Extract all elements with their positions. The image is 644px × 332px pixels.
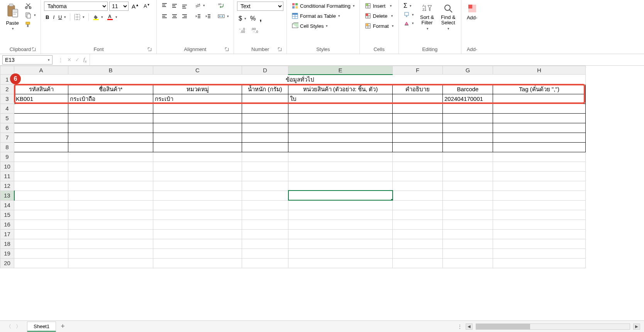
delete-cells-button[interactable]: Delete▾ [363, 12, 395, 20]
cell-D12[interactable] [242, 181, 288, 191]
increase-decimal-button[interactable]: ←.0.00 [237, 26, 249, 34]
cell-B7[interactable] [68, 133, 153, 142]
addins-button[interactable]: Add- [464, 2, 480, 22]
row-header-11[interactable]: 11 [0, 171, 14, 181]
cell-F18[interactable] [393, 239, 443, 249]
cell-A9[interactable] [14, 152, 68, 162]
align-middle-button[interactable] [170, 2, 179, 9]
italic-button[interactable]: I [51, 14, 56, 21]
borders-button[interactable]: ▾ [73, 13, 86, 21]
name-box[interactable]: E13 ▾ [2, 55, 53, 65]
cell-G12[interactable] [443, 181, 493, 191]
cell-F8[interactable] [393, 142, 443, 152]
cell-A6[interactable] [14, 123, 68, 133]
orientation-button[interactable]: ab▾ [193, 2, 207, 9]
cell-E14[interactable] [288, 200, 393, 210]
font-color-button[interactable]: A ▾ [105, 13, 119, 21]
cell-H3[interactable] [493, 94, 586, 104]
cell-E15[interactable] [288, 210, 393, 220]
alignment-dialog-launcher[interactable] [224, 47, 230, 52]
row-header-13[interactable]: 13 [0, 191, 14, 200]
row-header-12[interactable]: 12 [0, 181, 14, 191]
cell-B15[interactable] [68, 210, 153, 220]
cell-A11[interactable] [14, 171, 68, 181]
cell-D18[interactable] [242, 239, 288, 249]
cell-E19[interactable] [288, 249, 393, 258]
cell-E10[interactable] [288, 162, 393, 171]
cell-E13[interactable] [288, 191, 393, 200]
align-top-button[interactable] [160, 2, 169, 9]
align-bottom-button[interactable] [180, 2, 189, 9]
cell-F6[interactable] [393, 123, 443, 133]
fill-color-button[interactable]: ▾ [91, 13, 105, 21]
percent-format-button[interactable]: % [249, 13, 257, 24]
cell-header-D[interactable]: น้ำหนัก (กรัม) [242, 84, 288, 94]
cell-H8[interactable] [493, 142, 586, 152]
cell-B20[interactable] [68, 258, 153, 268]
align-center-button[interactable] [170, 12, 179, 20]
column-header-H[interactable]: H [493, 66, 586, 75]
cell-B17[interactable] [68, 229, 153, 239]
cell-H7[interactable] [493, 133, 586, 142]
cell-A18[interactable] [14, 239, 68, 249]
cell-E12[interactable] [288, 181, 393, 191]
comma-format-button[interactable]: , [258, 13, 263, 24]
row-header-6[interactable]: 6 [0, 123, 14, 133]
cell-C16[interactable] [153, 220, 242, 229]
cell-A4[interactable] [14, 104, 68, 113]
cell-F11[interactable] [393, 171, 443, 181]
cell-G4[interactable] [443, 104, 493, 113]
cell-A13[interactable] [14, 191, 68, 200]
cell-styles-button[interactable]: Cell Styles▾ [290, 22, 329, 30]
cell-D11[interactable] [242, 171, 288, 181]
cell-E9[interactable] [288, 152, 393, 162]
clipboard-dialog-launcher[interactable] [31, 47, 37, 52]
column-header-F[interactable]: F [393, 66, 443, 75]
cell-H5[interactable] [493, 113, 586, 123]
row-header-15[interactable]: 15 [0, 210, 14, 220]
cell-D13[interactable] [242, 191, 288, 200]
cell-header-G[interactable]: Barcode [443, 84, 493, 94]
font-size-select[interactable]: 11 [109, 2, 129, 11]
cell-B5[interactable] [68, 113, 153, 123]
insert-function-button[interactable]: fx [83, 56, 87, 63]
row-header-7[interactable]: 7 [0, 133, 14, 142]
cell-A3[interactable]: KB001 [14, 94, 68, 104]
cell-G5[interactable] [443, 113, 493, 123]
cell-G19[interactable] [443, 249, 493, 258]
cell-F10[interactable] [393, 162, 443, 171]
cell-B13[interactable] [68, 191, 153, 200]
cell-B19[interactable] [68, 249, 153, 258]
row-header-18[interactable]: 18 [0, 239, 14, 249]
cell-C4[interactable] [153, 104, 242, 113]
cell-A8[interactable] [14, 142, 68, 152]
cell-H12[interactable] [493, 181, 586, 191]
cell-A16[interactable] [14, 220, 68, 229]
cell-D6[interactable] [242, 123, 288, 133]
row-header-9[interactable]: 9 [0, 152, 14, 162]
cell-C9[interactable] [153, 152, 242, 162]
cell-G17[interactable] [443, 229, 493, 239]
cell-D9[interactable] [242, 152, 288, 162]
cell-C19[interactable] [153, 249, 242, 258]
cell-D5[interactable] [242, 113, 288, 123]
insert-cells-button[interactable]: Insert▾ [363, 2, 394, 10]
cell-E17[interactable] [288, 229, 393, 239]
cell-A14[interactable] [14, 200, 68, 210]
cell-title[interactable]: ข้อมูลทั่วไป [14, 75, 586, 85]
cell-A7[interactable] [14, 133, 68, 142]
cell-H17[interactable] [493, 229, 586, 239]
cell-G9[interactable] [443, 152, 493, 162]
cell-F19[interactable] [393, 249, 443, 258]
align-left-button[interactable] [160, 12, 169, 20]
fill-button[interactable]: ▾ [402, 11, 415, 19]
column-header-G[interactable]: G [443, 66, 493, 75]
number-format-select[interactable]: Text [237, 2, 283, 11]
cell-F5[interactable] [393, 113, 443, 123]
cell-F7[interactable] [393, 133, 443, 142]
bold-button[interactable]: B [44, 14, 51, 21]
enter-formula-button[interactable]: ✓ [75, 57, 80, 63]
cell-B8[interactable] [68, 142, 153, 152]
cell-B9[interactable] [68, 152, 153, 162]
format-cells-button[interactable]: Format▾ [363, 22, 395, 30]
